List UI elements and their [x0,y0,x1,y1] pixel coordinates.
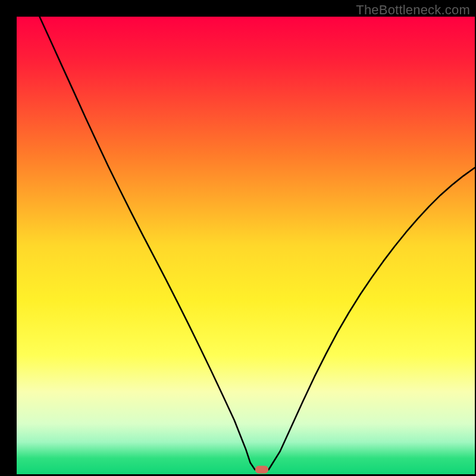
minimum-marker [255,466,268,474]
bottleneck-chart: TheBottleneck.com [0,0,476,476]
plot-background [17,17,475,474]
watermark-text: TheBottleneck.com [356,2,470,18]
chart-svg [0,0,476,476]
